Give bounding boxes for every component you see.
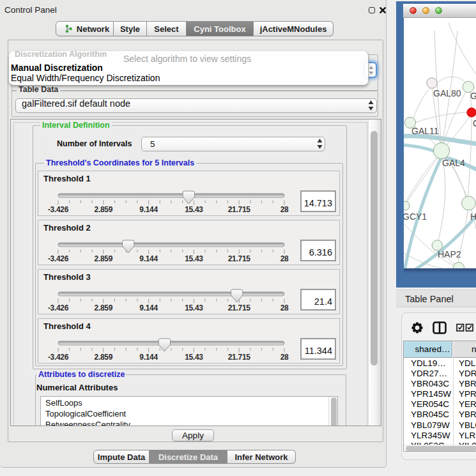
svg-text:21.715: 21.715: [228, 254, 251, 263]
svg-text:21.715: 21.715: [228, 353, 251, 362]
svg-text:-3.426: -3.426: [48, 205, 69, 214]
svg-text:9.144: 9.144: [139, 254, 158, 263]
svg-text:15.43: 15.43: [185, 254, 203, 263]
svg-text:28: 28: [280, 303, 289, 312]
svg-text:GCY1: GCY1: [404, 211, 427, 222]
svg-text:-3.426: -3.426: [48, 353, 69, 362]
svg-text:HI: HI: [470, 211, 476, 222]
svg-text:28: 28: [280, 205, 289, 214]
svg-text:GAL4: GAL4: [442, 158, 465, 168]
svg-text:28: 28: [280, 254, 289, 263]
svg-text:28: 28: [280, 353, 289, 362]
svg-text:2.859: 2.859: [95, 205, 113, 214]
svg-text:-3.426: -3.426: [48, 303, 69, 312]
svg-text:9.144: 9.144: [139, 205, 158, 214]
svg-text:GAL80: GAL80: [433, 88, 461, 98]
svg-text:21.715: 21.715: [228, 205, 251, 214]
svg-text:9.144: 9.144: [139, 303, 158, 312]
svg-text:GA: GA: [470, 91, 476, 101]
svg-text:21.715: 21.715: [228, 303, 251, 312]
svg-text:HAP2: HAP2: [438, 249, 461, 259]
svg-text:15.43: 15.43: [185, 205, 203, 214]
svg-text:CD: CD: [473, 118, 476, 128]
svg-text:15.43: 15.43: [185, 303, 203, 312]
svg-text:15.43: 15.43: [185, 353, 203, 362]
svg-text:GAL11: GAL11: [411, 126, 439, 136]
svg-text:-3.426: -3.426: [48, 254, 69, 263]
svg-text:9.144: 9.144: [139, 353, 158, 362]
svg-text:2.859: 2.859: [95, 254, 113, 263]
svg-text:2.859: 2.859: [95, 353, 113, 362]
svg-text:2.859: 2.859: [95, 303, 113, 312]
